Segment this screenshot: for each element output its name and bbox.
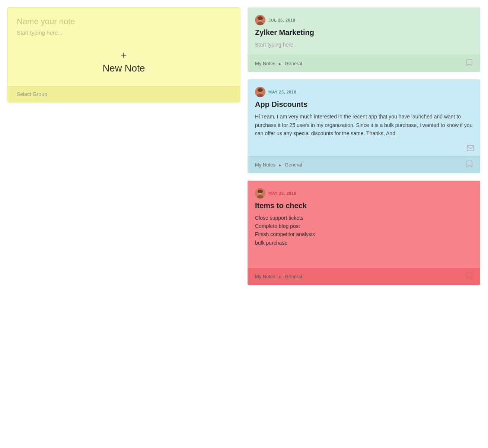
right-column: JUL 26, 2018 Zylker Marketing Start typi… xyxy=(248,7,480,285)
note-breadcrumb-app-discounts: My Notes ► General xyxy=(255,162,302,168)
note-icons-row-app-discounts xyxy=(248,144,480,156)
svg-point-3 xyxy=(258,16,263,20)
note-title-zylker: Zylker Marketing xyxy=(255,28,473,37)
note-footer-zylker: My Notes ► General xyxy=(248,55,480,72)
note-footer-app-discounts: My Notes ► General xyxy=(248,156,480,173)
svg-rect-8 xyxy=(467,146,474,151)
svg-point-7 xyxy=(258,88,263,92)
note-content-line-2: Complete blog post xyxy=(255,222,473,230)
note-date-app-discounts: MAY 25, 2018 xyxy=(268,90,296,94)
breadcrumb-child-zylker: General xyxy=(285,61,302,66)
note-body-app-discounts: MAY 25, 2018 App Discounts Hi Team, I am… xyxy=(248,79,480,143)
note-card-zylker[interactable]: JUL 26, 2018 Zylker Marketing Start typi… xyxy=(248,7,480,72)
new-note-card[interactable]: Name your note Start typing here... + Ne… xyxy=(7,7,240,102)
breadcrumb-root-app-discounts: My Notes xyxy=(255,162,275,168)
note-title-app-discounts: App Discounts xyxy=(255,100,473,109)
plus-icon: + xyxy=(121,50,127,60)
note-date-zylker: JUL 26, 2018 xyxy=(268,18,295,22)
avatar-image-items-to-check xyxy=(255,188,265,198)
notes-grid: Name your note Start typing here... + Ne… xyxy=(7,7,480,285)
note-breadcrumb-zylker: My Notes ► General xyxy=(255,61,302,66)
breadcrumb-arrow-items-to-check: ► xyxy=(278,275,282,279)
avatar-image-app-discounts xyxy=(255,87,265,97)
bookmark-icon-app-discounts[interactable] xyxy=(466,160,473,169)
left-column: Name your note Start typing here... + Ne… xyxy=(7,7,240,285)
email-icon-app-discounts[interactable] xyxy=(467,145,474,153)
new-note-label: New Note xyxy=(102,63,145,74)
bookmark-icon-items-to-check[interactable] xyxy=(466,272,473,281)
note-content-line-1: Close support tickets xyxy=(255,214,473,222)
breadcrumb-root-zylker: My Notes xyxy=(255,61,275,66)
new-note-body-placeholder[interactable]: Start typing here... xyxy=(17,29,63,36)
note-content-zylker: Start typing here... xyxy=(255,41,473,49)
avatar-items-to-check xyxy=(255,188,265,198)
new-note-center: + New Note xyxy=(17,47,231,77)
breadcrumb-arrow-zylker: ► xyxy=(278,62,282,66)
note-meta-items-to-check: MAY 25, 2018 xyxy=(255,188,473,198)
note-date-items-to-check: MAY 25, 2018 xyxy=(268,191,296,196)
note-meta-app-discounts: MAY 25, 2018 xyxy=(255,87,473,97)
avatar-app-discounts xyxy=(255,87,265,97)
breadcrumb-child-app-discounts: General xyxy=(285,162,302,168)
note-breadcrumb-items-to-check: My Notes ► General xyxy=(255,274,302,279)
note-spacer-items-to-check xyxy=(248,253,480,268)
note-content-line-3: Finish competitor analysis xyxy=(255,230,473,238)
new-note-body[interactable]: Name your note Start typing here... + Ne… xyxy=(8,8,240,86)
note-content-app-discounts: Hi Team, I am very much interested in th… xyxy=(255,112,473,137)
note-body-zylker: JUL 26, 2018 Zylker Marketing Start typi… xyxy=(248,7,480,55)
avatar-zylker xyxy=(255,15,265,25)
note-content-line-4: bulk purchase xyxy=(255,239,473,247)
note-body-items-to-check: MAY 25, 2018 Items to check Close suppor… xyxy=(248,181,480,253)
svg-point-12 xyxy=(258,190,263,193)
note-card-items-to-check[interactable]: MAY 25, 2018 Items to check Close suppor… xyxy=(248,181,480,285)
note-footer-items-to-check: My Notes ► General xyxy=(248,268,480,285)
breadcrumb-arrow-app-discounts: ► xyxy=(278,163,282,167)
breadcrumb-root-items-to-check: My Notes xyxy=(255,274,275,279)
avatar-image-zylker xyxy=(255,15,265,25)
note-content-items-to-check: Close support tickets Complete blog post… xyxy=(255,214,473,247)
bookmark-icon-zylker[interactable] xyxy=(466,59,473,68)
select-group-label[interactable]: Select Group xyxy=(17,91,47,97)
new-note-title-placeholder[interactable]: Name your note xyxy=(17,17,75,26)
new-note-footer[interactable]: Select Group xyxy=(8,86,240,102)
note-title-items-to-check: Items to check xyxy=(255,201,473,210)
note-meta-zylker: JUL 26, 2018 xyxy=(255,15,473,25)
note-card-app-discounts[interactable]: MAY 25, 2018 App Discounts Hi Team, I am… xyxy=(248,79,480,173)
breadcrumb-child-items-to-check: General xyxy=(285,274,302,279)
